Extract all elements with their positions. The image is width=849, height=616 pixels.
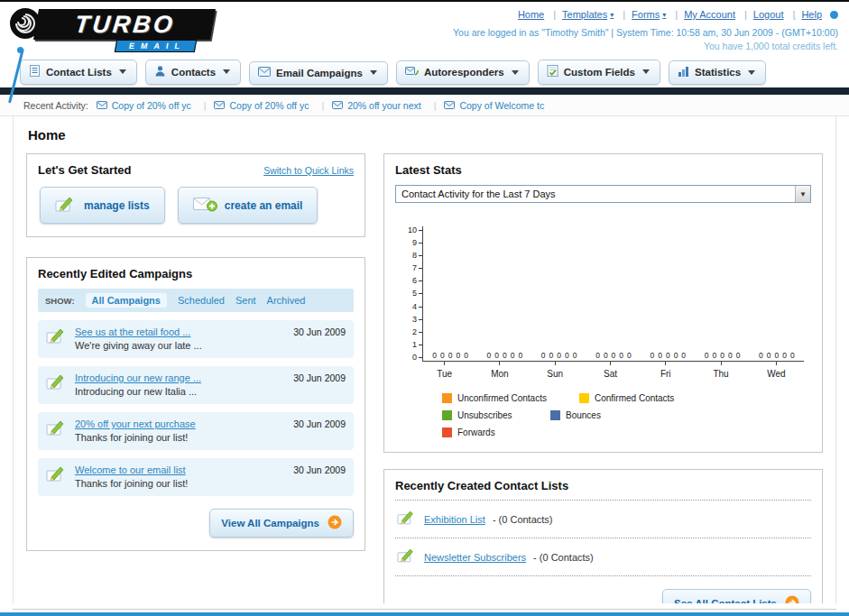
campaign-row[interactable]: Welcome to our email list Thanks for joi…: [38, 458, 354, 496]
manage-lists-button[interactable]: manage lists: [40, 187, 165, 224]
bar-value-label: 0: [595, 352, 600, 360]
contact-list-item[interactable]: Newsletter Subscribers - (0 Contacts): [395, 538, 811, 576]
tab-custom-fields[interactable]: Custom Fields: [538, 60, 660, 85]
campaign-row[interactable]: See us at the retail food ... We're givi…: [38, 320, 354, 358]
legend-swatch: [442, 393, 452, 403]
bar-value-label: 0: [728, 352, 733, 360]
arrow-right-circle-icon: [328, 515, 342, 531]
tab-contact-lists[interactable]: Contact Lists: [20, 60, 137, 85]
contact-list-item[interactable]: Exhibition List - (0 Contacts): [395, 501, 811, 538]
edit-campaign-icon: [46, 326, 68, 348]
pencil-paper-icon: [55, 195, 77, 216]
legend-swatch: [442, 410, 452, 420]
legend-item: Unsubscribes: [442, 410, 550, 420]
edit-campaign-icon: [46, 464, 68, 486]
bar-value-label: 0: [448, 352, 453, 360]
bar-value-label: 0: [774, 352, 779, 360]
chart-bar-group: 00000: [695, 226, 749, 361]
bar-value-label: 0: [494, 352, 499, 360]
autoresponders-icon: [405, 66, 419, 78]
chevron-down-icon: [512, 70, 519, 75]
create-email-button[interactable]: create an email: [178, 187, 318, 224]
contacts-icon: [154, 65, 166, 78]
chart-bar-group: 00000: [750, 226, 804, 361]
contact-list-link[interactable]: Exhibition List: [424, 514, 485, 525]
stats-panel-title: Latest Stats: [395, 163, 811, 177]
credits-info: You have 1,000 total credits left.: [453, 41, 838, 51]
chart-groups: 00000000000000000000000000000000000: [423, 226, 804, 361]
bar-value-label: 0: [440, 352, 445, 360]
envelope-icon: [444, 100, 455, 111]
bar-value-label: 0: [604, 352, 608, 360]
campaign-subtitle: Introducing our new Italia ...: [75, 386, 286, 397]
campaign-title-link[interactable]: See us at the retail food ...: [75, 326, 286, 337]
filter-archived[interactable]: Archived: [267, 295, 306, 306]
see-all-contact-lists-button[interactable]: See All Contact Lists: [662, 589, 811, 603]
top-link-my-account[interactable]: My Account: [684, 9, 747, 20]
y-axis-tick: 6: [412, 277, 422, 285]
recently-created-contact-lists-panel: Recently Created Contact Lists Exhibitio…: [383, 469, 823, 603]
recent-activity-item[interactable]: Copy of 20% off yc: [97, 100, 207, 111]
contact-lists-icon: [29, 65, 41, 78]
recent-activity-item[interactable]: Copy of 20% off yc: [214, 100, 324, 111]
bar-value-label: 0: [790, 352, 795, 360]
legend-item: Bounces: [550, 410, 688, 420]
x-axis-label: Mon: [472, 362, 527, 379]
campaign-title-link[interactable]: Introducing our new range ...: [75, 372, 286, 383]
bar-value-label: 0: [767, 352, 771, 360]
top-link-templates[interactable]: Templates▾: [562, 9, 625, 20]
legend-swatch: [579, 393, 589, 403]
campaign-row[interactable]: 20% off your next purchase Thanks for jo…: [38, 412, 354, 450]
bar-value-label: 0: [573, 352, 577, 360]
legend-item: Confirmed Contacts: [579, 393, 731, 403]
contact-list-link[interactable]: Newsletter Subscribers: [424, 552, 526, 563]
x-axis-label: Wed: [749, 362, 804, 379]
recent-activity-item[interactable]: Copy of Welcome tc: [444, 100, 544, 111]
bar-value-label: 0: [557, 352, 561, 360]
campaign-title-link[interactable]: Welcome to our email list: [75, 464, 286, 475]
bar-value-label: 0: [681, 352, 686, 360]
switch-quick-links-link[interactable]: Switch to Quick Links: [263, 165, 354, 176]
legend-item: Unconfirmed Contacts: [442, 393, 579, 403]
campaign-date: 30 Jun 2009: [293, 464, 346, 475]
recently-edited-campaigns-panel: Recently Edited Campaigns SHOW: All Camp…: [26, 257, 365, 551]
envelope-icon: [97, 100, 107, 111]
bar-value-label: 0: [503, 352, 507, 360]
filter-all-campaigns[interactable]: All Campaigns: [86, 293, 167, 308]
tab-autoresponders[interactable]: Autoresponders: [396, 60, 530, 85]
x-axis-label: Thu: [693, 362, 748, 379]
filter-sent[interactable]: Sent: [235, 295, 256, 306]
recent-activity-item[interactable]: 20% off your next: [332, 100, 436, 111]
y-axis-tick: 3: [412, 316, 422, 324]
bar-value-label: 0: [457, 352, 461, 360]
bar-value-label: 0: [712, 352, 716, 360]
stats-period-select[interactable]: Contact Activity for the Last 7 Days ▼: [395, 185, 811, 203]
campaign-subtitle: We're giving away our late ...: [75, 340, 286, 351]
top-link-help[interactable]: Help: [801, 9, 822, 20]
app-window: TURBO EMAIL Home Templates▾ Forms▾ My Ac…: [0, 0, 849, 616]
show-label: SHOW:: [45, 296, 75, 306]
tab-email-campaigns[interactable]: Email Campaigns: [249, 61, 388, 85]
edit-campaign-icon: [46, 372, 68, 394]
campaigns-panel-title: Recently Edited Campaigns: [38, 267, 354, 280]
campaign-title-link[interactable]: 20% off your next purchase: [75, 418, 286, 429]
corner-dot-decoration: [830, 11, 838, 19]
campaign-subtitle: Thanks for joining our list!: [75, 478, 286, 489]
filter-scheduled[interactable]: Scheduled: [178, 295, 225, 306]
custom-fields-icon: [547, 65, 558, 78]
bar-value-label: 0: [782, 352, 787, 360]
top-link-forms[interactable]: Forms▾: [632, 9, 678, 20]
view-all-campaigns-button[interactable]: View All Campaigns: [209, 509, 354, 538]
campaign-row[interactable]: Introducing our new range ... Introducin…: [38, 366, 354, 404]
chart-bar-group: 00000: [532, 226, 586, 361]
tab-contacts[interactable]: Contacts: [145, 60, 241, 85]
top-link-home[interactable]: Home: [518, 9, 556, 20]
login-info: You are logged in as "Timothy Smith" | S…: [453, 27, 838, 38]
top-link-logout[interactable]: Logout: [753, 9, 796, 20]
bar-value-label: 0: [464, 352, 468, 360]
bar-value-label: 0: [619, 352, 623, 360]
statistics-icon: [678, 66, 689, 78]
tab-statistics[interactable]: Statistics: [669, 60, 766, 85]
campaign-date: 30 Jun 2009: [293, 418, 346, 429]
recent-activity-label: Recent Activity:: [23, 100, 88, 111]
